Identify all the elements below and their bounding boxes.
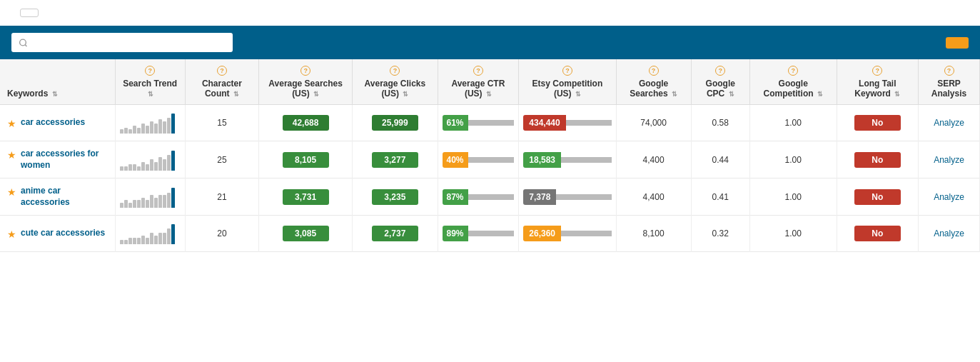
analyze-link[interactable]: Analyze bbox=[934, 155, 964, 165]
col-label-google_competition: Google Competition ⇅ bbox=[754, 79, 832, 99]
google-searches-cell: 8,100 bbox=[616, 216, 691, 252]
long-tail-cell: No bbox=[837, 216, 918, 252]
help-icon: ? bbox=[788, 66, 798, 76]
keyword-text: car accessories for women bbox=[21, 149, 111, 171]
sort-icon[interactable]: ⇅ bbox=[403, 91, 408, 98]
search-trend-cell bbox=[115, 179, 185, 216]
ctr-value: 87% bbox=[443, 189, 468, 205]
avg-searches-cell: 42,688 bbox=[259, 105, 353, 141]
col-label-average_ctr: Average CTR (US) ⇅ bbox=[443, 79, 515, 99]
col-header-average_clicks[interactable]: ?Average Clicks (US) ⇅ bbox=[353, 59, 438, 105]
help-icon: ? bbox=[300, 66, 310, 76]
google-cpc-cell: 0.44 bbox=[691, 141, 749, 179]
col-label-keywords: Keywords ⇅ bbox=[7, 89, 111, 99]
ctr-cell: 40% bbox=[438, 141, 519, 179]
favorite-star[interactable]: ★ bbox=[7, 118, 16, 129]
col-header-keywords[interactable]: Keywords ⇅ bbox=[0, 59, 115, 105]
avg-clicks-cell: 25,999 bbox=[353, 105, 438, 141]
keyword-text: car accessories bbox=[21, 117, 85, 129]
ctr-remainder bbox=[468, 194, 515, 200]
google-competition-value: 1.00 bbox=[785, 192, 802, 202]
trend-bar bbox=[141, 162, 145, 171]
table-row: ★ car accessories for women 258,1053,277… bbox=[0, 141, 980, 179]
google-cpc-value: 0.58 bbox=[712, 118, 729, 128]
keyword-cell: ★ cute car accessories bbox=[0, 216, 115, 252]
sort-icon[interactable]: ⇅ bbox=[894, 91, 900, 98]
sort-icon[interactable]: ⇅ bbox=[233, 91, 239, 98]
trend-bar bbox=[171, 224, 175, 244]
google-cpc-value: 0.41 bbox=[712, 192, 729, 202]
help-icon: ? bbox=[944, 66, 954, 76]
col-header-etsy_competition[interactable]: ?Etsy Competition (US) ⇅ bbox=[519, 59, 616, 105]
google-cpc-cell: 0.41 bbox=[691, 179, 749, 216]
favorite-star[interactable]: ★ bbox=[7, 186, 16, 198]
trend-bar bbox=[133, 200, 136, 208]
sort-icon[interactable]: ⇅ bbox=[817, 91, 823, 98]
avg-clicks-badge: 2,737 bbox=[372, 226, 418, 241]
ctr-cell: 89% bbox=[438, 216, 519, 252]
trend-bar bbox=[120, 240, 123, 244]
filter-input[interactable] bbox=[32, 37, 226, 48]
trend-bar bbox=[146, 126, 149, 134]
trend-bar bbox=[141, 236, 145, 244]
sort-icon[interactable]: ⇅ bbox=[148, 91, 153, 98]
help-icon: ? bbox=[145, 66, 155, 76]
col-header-google_searches[interactable]: ?Google Searches ⇅ bbox=[616, 59, 691, 105]
help-icon: ? bbox=[649, 66, 659, 76]
google-cpc-cell: 0.32 bbox=[691, 216, 749, 252]
col-header-search_trend[interactable]: ?Search Trend ⇅ bbox=[115, 59, 185, 105]
etsy-competition-cell: 18,583 bbox=[519, 141, 616, 179]
trend-bar bbox=[167, 155, 171, 171]
ctr-value: 61% bbox=[443, 115, 468, 131]
favorite-star[interactable]: ★ bbox=[7, 149, 16, 161]
trend-bar bbox=[133, 126, 136, 134]
help-icon: ? bbox=[872, 66, 882, 76]
sort-icon[interactable]: ⇅ bbox=[729, 91, 734, 98]
sort-icon[interactable]: ⇅ bbox=[52, 91, 58, 98]
col-header-average_ctr[interactable]: ?Average CTR (US) ⇅ bbox=[438, 59, 519, 105]
trend-bar bbox=[171, 114, 175, 134]
trend-bar bbox=[137, 128, 141, 134]
col-header-long_tail[interactable]: ?Long Tail Keyword ⇅ bbox=[837, 59, 918, 105]
google-searches-value: 4,400 bbox=[643, 192, 665, 202]
col-header-serp_analysis[interactable]: ?SERP Analysis bbox=[919, 59, 980, 105]
analyze-link[interactable]: Analyze bbox=[934, 192, 964, 202]
favorite-star[interactable]: ★ bbox=[7, 228, 16, 240]
export-button[interactable] bbox=[946, 37, 969, 49]
sort-icon[interactable]: ⇅ bbox=[672, 91, 677, 98]
sort-icon[interactable]: ⇅ bbox=[486, 91, 492, 98]
trend-bar bbox=[154, 198, 158, 208]
ctr-cell: 61% bbox=[438, 105, 519, 141]
analyze-link[interactable]: Analyze bbox=[934, 228, 964, 238]
trend-chart bbox=[120, 149, 181, 171]
long-tail-badge: No bbox=[854, 189, 901, 205]
sort-icon[interactable]: ⇅ bbox=[313, 91, 319, 98]
trend-bar bbox=[124, 200, 128, 208]
col-header-google_cpc[interactable]: ?Google CPC ⇅ bbox=[691, 59, 749, 105]
col-header-character_count[interactable]: ?Character Count ⇅ bbox=[185, 59, 258, 105]
avg-searches-cell: 8,105 bbox=[259, 141, 353, 179]
help-icon: ? bbox=[562, 66, 572, 76]
character-count-value: 15 bbox=[217, 118, 226, 128]
google-competition-cell: 1.00 bbox=[749, 179, 837, 216]
avg-clicks-cell: 3,235 bbox=[353, 179, 438, 216]
ctr-split: 89% bbox=[443, 226, 515, 241]
etsy-competition-remainder bbox=[556, 194, 611, 200]
google-competition-cell: 1.00 bbox=[749, 105, 837, 141]
col-header-average_searches[interactable]: ?Average Searches (US) ⇅ bbox=[259, 59, 353, 105]
filter-input-wrap bbox=[11, 33, 233, 52]
etsy-competition-remainder bbox=[561, 231, 612, 236]
col-label-search_trend: Search Trend ⇅ bbox=[120, 79, 181, 99]
etsy-competition-split: 18,583 bbox=[523, 152, 611, 168]
analyze-link[interactable]: Analyze bbox=[934, 118, 964, 128]
help-icon: ? bbox=[217, 66, 227, 76]
character-count-cell: 20 bbox=[185, 216, 258, 252]
col-header-google_competition[interactable]: ?Google Competition ⇅ bbox=[749, 59, 837, 105]
customize-columns-button[interactable] bbox=[20, 9, 39, 17]
trend-bar bbox=[171, 188, 175, 208]
character-count-value: 20 bbox=[217, 228, 226, 238]
col-label-average_clicks: Average Clicks (US) ⇅ bbox=[357, 79, 433, 99]
trend-bar bbox=[158, 157, 162, 171]
sort-icon[interactable]: ⇅ bbox=[575, 91, 581, 98]
google-competition-value: 1.00 bbox=[785, 118, 802, 128]
